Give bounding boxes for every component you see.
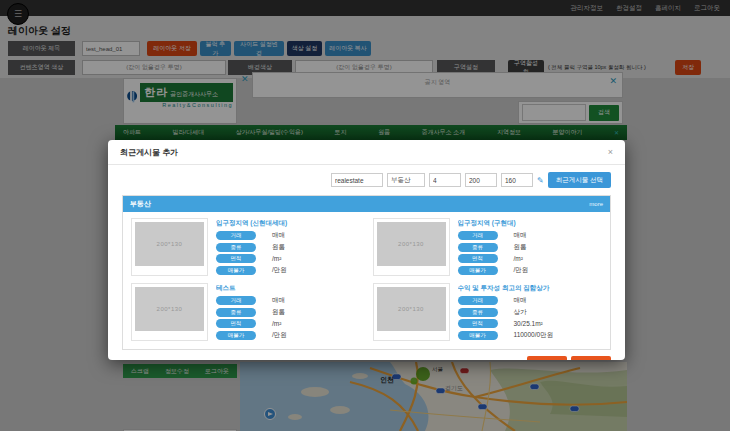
listings-section: 부동산 more 200*130 입구정지역 (신현대세대) 거래매매 종류원룸… [122,195,611,350]
field-badge: 매물가 [458,331,498,340]
modal-footer: 블럭추가 헤더추가 [108,350,625,360]
field-value: /만원 [272,266,287,275]
height-input[interactable] [501,173,533,187]
listing-item[interactable]: 200*130 테스트 거래매매 종류원룸 면적/m² 매물가/만원 [131,283,361,342]
field-badge: 매물가 [216,331,256,340]
listing-item[interactable]: 200*130 수익 및 투자성 최고의 집합상가 거래매매 종류상가 면적30… [373,283,603,342]
field-value: /m² [272,255,281,262]
add-block-footer-button[interactable]: 블럭추가 [527,356,567,360]
field-badge: 면적 [216,319,256,328]
field-badge: 면적 [216,254,256,263]
field-value: 매매 [272,231,285,240]
board-id-input[interactable] [331,173,383,187]
field-badge: 면적 [458,254,498,263]
field-badge: 면적 [458,319,498,328]
recent-posts-modal: 최근게시물 추가 × ✎ 최근게시물 선택 부동산 more 200*130 [108,140,625,360]
field-value: 원룸 [272,308,285,317]
modal-close-icon[interactable]: × [608,148,613,157]
field-value: /만원 [514,266,529,275]
modal-title: 최근게시물 추가 [120,147,178,158]
width-input[interactable] [465,173,497,187]
count-input[interactable] [429,173,461,187]
add-header-footer-button[interactable]: 헤더추가 [571,356,611,360]
field-badge: 거래 [216,231,256,240]
listings-grid: 200*130 입구정지역 (신현대세대) 거래매매 종류원룸 면적/m² 매물… [123,212,610,349]
listing-title[interactable]: 테스트 [216,284,361,293]
field-badge: 매물가 [458,266,498,275]
field-badge: 거래 [458,231,498,240]
field-value: /만원 [272,331,287,340]
field-value: /m² [514,255,523,262]
edit-icon[interactable]: ✎ [537,176,544,185]
field-value: 매매 [514,296,527,305]
field-value: 110000/0만원 [514,331,554,340]
field-badge: 종류 [216,308,256,317]
field-badge: 매물가 [216,266,256,275]
listing-title[interactable]: 입구정지역 (신현대세대) [216,219,361,228]
field-value: /m² [272,320,281,327]
listing-title[interactable]: 입구정지역 (구현대) [458,219,603,228]
board-name-input[interactable] [387,173,425,187]
listing-thumbnail: 200*130 [373,218,450,276]
field-value: 30/25.1m² [514,320,543,327]
field-badge: 거래 [216,296,256,305]
listing-thumbnail: 200*130 [373,283,450,341]
listing-thumbnail: 200*130 [131,218,208,276]
select-recent-posts-button[interactable]: 최근게시물 선택 [548,172,611,188]
screen: 관리자정보 환경설정 홈페이지 로그아웃 ☰ 레이아웃 설정 레이아웃 제목 레… [0,0,730,431]
listing-item[interactable]: 200*130 입구정지역 (신현대세대) 거래매매 종류원룸 면적/m² 매물… [131,218,361,277]
section-more-link[interactable]: more [589,201,603,207]
section-title: 부동산 [130,199,151,209]
field-badge: 거래 [458,296,498,305]
listing-item[interactable]: 200*130 입구정지역 (구현대) 거래매매 종류원룸 면적/m² 매물가/… [373,218,603,277]
field-value: 상가 [514,308,527,317]
modal-header: 최근게시물 추가 × [108,140,625,165]
field-value: 매매 [514,231,527,240]
field-badge: 종류 [458,243,498,252]
field-badge: 종류 [458,308,498,317]
listing-thumbnail: 200*130 [131,283,208,341]
listing-title[interactable]: 수익 및 투자성 최고의 집합상가 [458,284,603,293]
field-value: 매매 [272,296,285,305]
field-badge: 종류 [216,243,256,252]
field-value: 원룸 [272,243,285,252]
section-header-bar: 부동산 more [123,196,610,212]
modal-controls-row: ✎ 최근게시물 선택 [108,165,625,193]
field-value: 원룸 [514,243,527,252]
